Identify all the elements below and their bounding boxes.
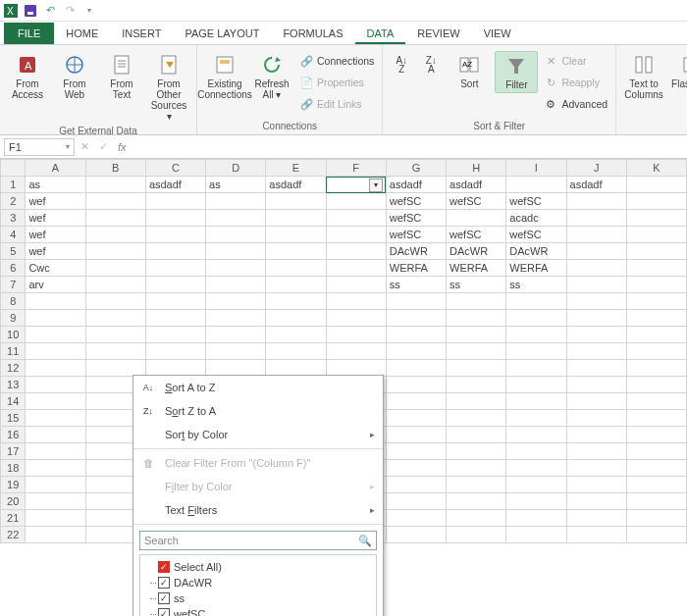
row-header[interactable]: 10 <box>1 327 26 343</box>
filter-checklist[interactable]: ✓Select All) ✓DAcWR ✓ss ✓wefSC ✓WERFA <box>139 554 377 616</box>
cell[interactable] <box>85 293 145 310</box>
cell[interactable]: wefSC <box>386 210 446 227</box>
cell[interactable] <box>626 410 686 427</box>
cell[interactable] <box>506 377 566 393</box>
cell[interactable] <box>566 377 626 393</box>
cell[interactable] <box>206 210 266 227</box>
cell[interactable] <box>386 393 446 410</box>
cell[interactable] <box>626 210 686 227</box>
cell[interactable]: ▾ <box>326 177 386 193</box>
cell[interactable]: ss <box>386 277 446 293</box>
col-header[interactable]: J <box>566 160 626 177</box>
cell[interactable]: WERFA <box>447 260 506 277</box>
cell[interactable]: asdadf <box>447 177 506 193</box>
cell[interactable]: asdadf <box>145 177 205 193</box>
cell[interactable] <box>266 243 326 260</box>
refresh-all-button[interactable]: Refresh All ▾ <box>250 51 293 102</box>
cell[interactable] <box>206 343 266 360</box>
cell[interactable] <box>266 293 326 310</box>
cell[interactable] <box>447 327 506 343</box>
cell[interactable] <box>266 193 326 210</box>
cell[interactable] <box>145 343 205 360</box>
cell[interactable]: wef <box>26 227 85 243</box>
cell[interactable] <box>266 343 326 360</box>
name-box[interactable]: F1▾ <box>4 138 75 156</box>
tab-insert[interactable]: INSERT <box>110 23 173 44</box>
cell[interactable] <box>447 527 506 543</box>
cell[interactable] <box>566 360 626 377</box>
cancel-icon[interactable]: ✕ <box>80 140 89 153</box>
cell[interactable] <box>626 527 686 543</box>
fx-icon[interactable]: fx <box>118 141 127 153</box>
cell[interactable]: wefSC <box>447 227 506 243</box>
text-to-columns-button[interactable]: Text to Columns <box>622 51 665 102</box>
cell[interactable] <box>26 493 85 510</box>
cell[interactable] <box>566 260 626 277</box>
cell[interactable] <box>26 460 85 477</box>
cell[interactable]: DAcWR <box>386 243 446 260</box>
tab-review[interactable]: REVIEW <box>405 23 471 44</box>
cell[interactable]: wef <box>26 210 85 227</box>
cell[interactable]: ss <box>506 277 566 293</box>
cell[interactable] <box>386 343 446 360</box>
cell[interactable] <box>626 327 686 343</box>
cell[interactable]: wef <box>26 243 85 260</box>
row-header[interactable]: 11 <box>1 343 26 360</box>
cell[interactable] <box>326 327 386 343</box>
cell[interactable] <box>447 427 506 443</box>
sort-za-button[interactable]: Z↓A <box>418 51 444 78</box>
cell[interactable] <box>626 477 686 493</box>
cell[interactable] <box>206 260 266 277</box>
cell[interactable] <box>566 343 626 360</box>
cell[interactable] <box>266 277 326 293</box>
cell[interactable] <box>26 360 85 377</box>
flash-fill-button[interactable]: Flash Fill <box>669 51 687 91</box>
cell[interactable] <box>386 377 446 393</box>
row-header[interactable]: 7 <box>1 277 26 293</box>
cell[interactable] <box>326 260 386 277</box>
col-header[interactable]: A <box>26 160 85 177</box>
cell[interactable] <box>145 277 205 293</box>
from-web-button[interactable]: From Web <box>53 51 96 102</box>
cell[interactable] <box>26 293 85 310</box>
col-header[interactable]: K <box>626 160 686 177</box>
row-header[interactable]: 20 <box>1 493 26 510</box>
cell[interactable] <box>566 210 626 227</box>
filter-button[interactable]: Filter <box>495 51 538 93</box>
tab-home[interactable]: HOME <box>54 23 110 44</box>
cell[interactable] <box>85 177 145 193</box>
row-header[interactable]: 1 <box>1 177 26 193</box>
cell[interactable] <box>626 360 686 377</box>
filter-item[interactable]: ✓ss <box>146 590 370 606</box>
cell[interactable] <box>506 310 566 327</box>
cell[interactable] <box>626 460 686 477</box>
cell[interactable] <box>26 527 85 543</box>
cell[interactable] <box>26 410 85 427</box>
advanced-button[interactable]: ⚙Advanced <box>542 94 609 114</box>
cell[interactable] <box>85 310 145 327</box>
cell[interactable]: asdadf <box>566 177 626 193</box>
cell[interactable] <box>206 193 266 210</box>
from-access-button[interactable]: AFrom Access <box>6 51 49 102</box>
cell[interactable] <box>626 277 686 293</box>
cell[interactable] <box>506 443 566 460</box>
cell[interactable] <box>206 360 266 377</box>
cell[interactable] <box>386 327 446 343</box>
cell[interactable] <box>145 243 205 260</box>
cell[interactable] <box>386 493 446 510</box>
cell[interactable] <box>85 327 145 343</box>
cell[interactable]: WERFA <box>386 260 446 277</box>
menu-text-filters[interactable]: Text Filters▸ <box>133 498 383 522</box>
cell[interactable]: DAcWR <box>447 243 506 260</box>
cell[interactable]: wefSC <box>447 193 506 210</box>
cell[interactable] <box>566 410 626 427</box>
cell[interactable] <box>26 327 85 343</box>
row-header[interactable]: 5 <box>1 243 26 260</box>
cell[interactable] <box>506 427 566 443</box>
cell[interactable] <box>506 360 566 377</box>
cell[interactable] <box>85 343 145 360</box>
cell[interactable] <box>145 193 205 210</box>
col-header[interactable]: B <box>85 160 145 177</box>
col-header[interactable]: H <box>447 160 506 177</box>
cell[interactable] <box>626 493 686 510</box>
